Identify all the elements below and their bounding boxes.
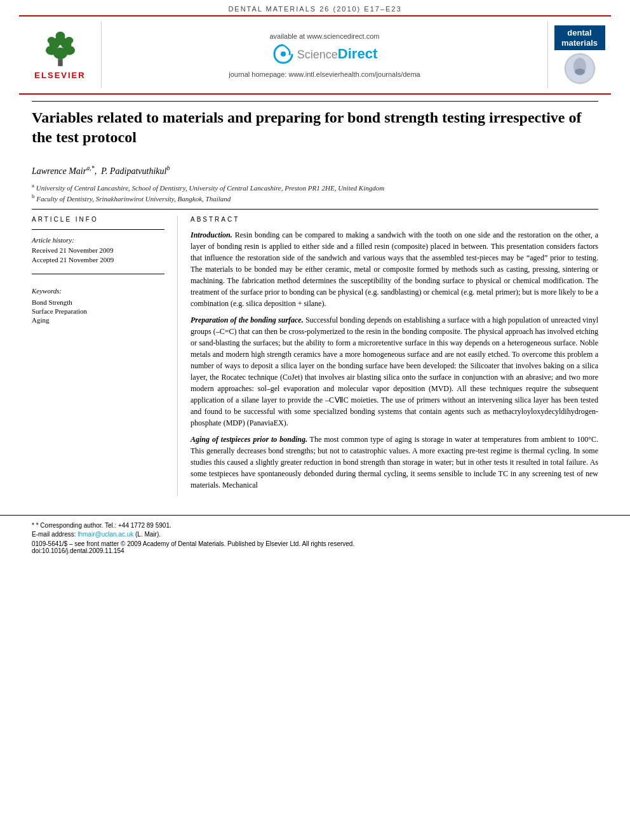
author-a-sup: a,* <box>86 164 95 171</box>
authors-line: Lawrence Maira,*, P. Padipatvuthikulb <box>32 164 598 177</box>
elsevier-tree-icon <box>35 30 86 68</box>
top-banner: ELSEVIER available at www.sciencedirect.… <box>19 15 611 95</box>
affiliation-b-text: Faculty of Dentistry, Srinakharinwirot U… <box>36 195 231 203</box>
affiliation-a-text: University of Central Lancashire, School… <box>36 184 384 192</box>
affiliation-a: a University of Central Lancashire, Scho… <box>32 182 598 192</box>
article-info-col: ARTICLE INFO Article history: Received 2… <box>32 216 178 496</box>
elsevier-logo: ELSEVIER <box>19 22 102 88</box>
main-content: Variables related to materials and prepa… <box>0 101 630 495</box>
abstract-para-1: Introduction. Resin bonding can be compa… <box>191 229 598 309</box>
article-title: Variables related to materials and prepa… <box>32 108 598 154</box>
sciencedirect-label: ScienceDirect <box>297 46 377 62</box>
keywords-divider <box>32 274 164 274</box>
accepted-date: Accepted 21 November 2009 <box>32 256 164 263</box>
mid-divider <box>32 209 598 210</box>
aff-a-sup: a <box>32 182 34 189</box>
dm-circle-graphic <box>564 53 596 84</box>
footer-doi: doi:10.1016/j.dental.2009.11.154 <box>32 547 598 554</box>
svg-point-9 <box>55 32 65 40</box>
footer-section: * * Corresponding author. Tel.: +44 1772… <box>0 515 630 554</box>
abstract-body-2: Successful bonding depends on establishi… <box>191 316 598 427</box>
svg-rect-0 <box>58 59 62 66</box>
journal-title: DENTAL MATERIALS 26 (2010) e17–e23 <box>228 5 401 13</box>
email-address[interactable]: lhmair@uclan.ac.uk <box>77 531 133 538</box>
abstract-heading-1: Introduction. <box>191 230 232 239</box>
abstract-para-3: Aging of testpieces prior to bonding. Th… <box>191 434 598 491</box>
email-author-name: (L. Mair). <box>135 531 161 538</box>
svg-point-10 <box>281 51 286 57</box>
sciencedirect-icon <box>272 43 295 65</box>
svg-point-8 <box>65 37 73 44</box>
keyword-2: Surface Preparation <box>32 307 164 315</box>
keywords-label: Keywords: <box>32 287 164 295</box>
dental-materials-logo: dentalmaterials <box>547 22 611 88</box>
journal-header: DENTAL MATERIALS 26 (2010) e17–e23 <box>0 0 630 15</box>
footer-legal: 0109-5641/$ – see front matter © 2009 Ac… <box>32 540 598 547</box>
center-banner: available at www.sciencedirect.com Scien… <box>102 22 547 88</box>
email-label: E-mail address: <box>32 531 76 538</box>
keyword-3: Aging <box>32 316 164 324</box>
author-b-sup: b <box>166 164 170 171</box>
two-col-layout: ARTICLE INFO Article history: Received 2… <box>32 216 598 496</box>
abstract-col: ABSTRACT Introduction. Resin bonding can… <box>178 216 598 496</box>
svg-point-13 <box>575 69 585 75</box>
svg-point-7 <box>47 37 55 44</box>
abstract-body-1: Resin bonding can be compared to making … <box>191 230 598 308</box>
elsevier-label: ELSEVIER <box>34 70 85 80</box>
received-date: Received 21 November 2009 <box>32 246 164 254</box>
affiliation-b: b Faculty of Dentistry, Srinakharinwirot… <box>32 193 598 203</box>
abstract-heading-3: Aging of testpieces prior to bonding. <box>191 435 307 444</box>
sciencedirect-logo: ScienceDirect <box>272 43 377 65</box>
top-divider <box>32 101 598 102</box>
history-label: Article history: <box>32 236 164 244</box>
article-info-label: ARTICLE INFO <box>32 216 164 223</box>
available-text: available at www.sciencedirect.com <box>269 32 379 40</box>
abstract-heading-2: Preparation of the bonding surface. <box>191 316 304 324</box>
corresponding-star: * <box>32 522 34 529</box>
author-a-name: Lawrence Mair <box>32 166 86 175</box>
dm-logo-box: dentalmaterials <box>554 25 605 50</box>
dm-logo-title: dentalmaterials <box>558 28 601 48</box>
corresponding-author-note: * * Corresponding author. Tel.: +44 1772… <box>32 522 598 529</box>
author-b-name: P. Padipatvuthikul <box>101 166 166 175</box>
abstract-label: ABSTRACT <box>191 216 598 223</box>
abstract-text: Introduction. Resin bonding can be compa… <box>191 229 598 491</box>
affiliations: a University of Central Lancashire, Scho… <box>32 182 598 202</box>
journal-homepage: journal homepage: www.intl.elsevierhealt… <box>229 70 420 78</box>
keyword-1: Bond Strength <box>32 298 164 306</box>
aff-b-sup: b <box>32 193 35 199</box>
email-line: E-mail address: lhmair@uclan.ac.uk (L. M… <box>32 531 598 538</box>
corresponding-text: * Corresponding author. Tel.: +44 1772 8… <box>36 522 171 529</box>
info-divider <box>32 229 164 230</box>
abstract-para-2: Preparation of the bonding surface. Succ… <box>191 314 598 429</box>
